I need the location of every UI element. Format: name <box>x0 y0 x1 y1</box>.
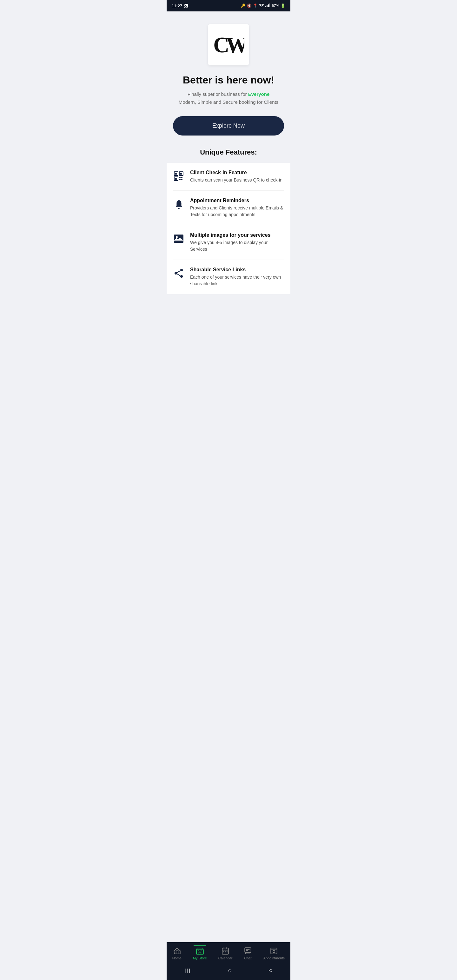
svg-point-17 <box>178 208 180 209</box>
svg-rect-3 <box>268 5 269 7</box>
feature-reminders-desc: Providers and Clients receive multiple E… <box>190 205 284 218</box>
photo-icon: 🖼 <box>184 3 188 8</box>
explore-now-button[interactable]: Explore Now <box>173 116 284 135</box>
svg-point-21 <box>175 272 177 275</box>
subtitle-plain: Finally superior business for <box>188 91 248 97</box>
wifi-icon <box>259 3 264 8</box>
features-list: Client Check-in Feature Clients can scan… <box>167 163 290 294</box>
hero-title: Better is here now! <box>183 74 274 86</box>
svg-rect-13 <box>179 177 181 178</box>
svg-point-22 <box>180 275 183 278</box>
time-display: 11:27 <box>172 3 182 8</box>
feature-checkin: Client Check-in Feature Clients can scan… <box>173 163 284 191</box>
status-icons: 🔑 🔇 📍 57% 🔋 <box>241 3 285 8</box>
battery-display: 57% <box>272 3 279 8</box>
svg-point-19 <box>176 236 178 238</box>
feature-sharelinks: Sharable Service Links Each one of your … <box>173 260 284 294</box>
feature-reminders: Appointment Reminders Providers and Clie… <box>173 191 284 225</box>
svg-point-0 <box>261 6 262 7</box>
feature-images-title: Multiple images for your services <box>190 232 284 238</box>
feature-reminders-title: Appointment Reminders <box>190 198 284 204</box>
svg-rect-8 <box>175 173 177 175</box>
qr-icon <box>173 170 185 182</box>
app-logo: C W <box>208 24 249 65</box>
battery-icon: 🔋 <box>280 3 285 8</box>
share-icon <box>173 267 185 279</box>
feature-sharelinks-content: Sharable Service Links Each one of your … <box>190 267 284 287</box>
svg-text:W: W <box>226 33 244 56</box>
subtitle-highlight: Everyone <box>248 91 270 97</box>
feature-sharelinks-title: Sharable Service Links <box>190 267 284 273</box>
svg-rect-18 <box>174 234 183 243</box>
signal-icon <box>265 3 271 8</box>
mute-icon: 🔇 <box>247 3 252 8</box>
svg-rect-14 <box>181 177 183 178</box>
feature-checkin-content: Client Check-in Feature Clients can scan… <box>190 170 284 183</box>
svg-rect-16 <box>181 179 183 180</box>
bell-icon <box>173 198 185 210</box>
image-icon <box>173 233 185 244</box>
svg-line-23 <box>177 271 180 273</box>
svg-point-20 <box>180 269 183 271</box>
feature-checkin-title: Client Check-in Feature <box>190 170 284 175</box>
svg-rect-1 <box>265 6 266 7</box>
feature-checkin-desc: Clients can scan your Business QR to che… <box>190 177 284 183</box>
location-icon: 📍 <box>253 3 258 8</box>
svg-rect-10 <box>180 173 182 175</box>
key-icon: 🔑 <box>241 3 246 8</box>
hero-subtitle: Finally superior business for Everyone <box>188 91 269 98</box>
feature-images: Multiple images for your services We giv… <box>173 225 284 260</box>
main-content: C W Better is here now! Finally superior… <box>167 11 290 332</box>
feature-reminders-content: Appointment Reminders Providers and Clie… <box>190 198 284 218</box>
feature-images-desc: We give you 4-5 images to display your S… <box>190 239 284 253</box>
status-bar: 11:27 🖼 🔑 🔇 📍 57% 🔋 <box>167 0 290 11</box>
logo-text: C W <box>213 31 244 59</box>
features-title: Unique Features: <box>200 148 257 156</box>
svg-rect-2 <box>267 5 268 7</box>
svg-rect-15 <box>179 179 181 180</box>
hero-subtitle2: Modern, Simple and Secure booking for Cl… <box>179 99 278 105</box>
svg-rect-12 <box>175 178 177 180</box>
feature-images-content: Multiple images for your services We giv… <box>190 232 284 253</box>
feature-sharelinks-desc: Each one of your services have their ver… <box>190 274 284 287</box>
status-time: 11:27 🖼 <box>172 3 188 8</box>
svg-line-24 <box>177 274 180 276</box>
svg-rect-4 <box>269 3 270 7</box>
